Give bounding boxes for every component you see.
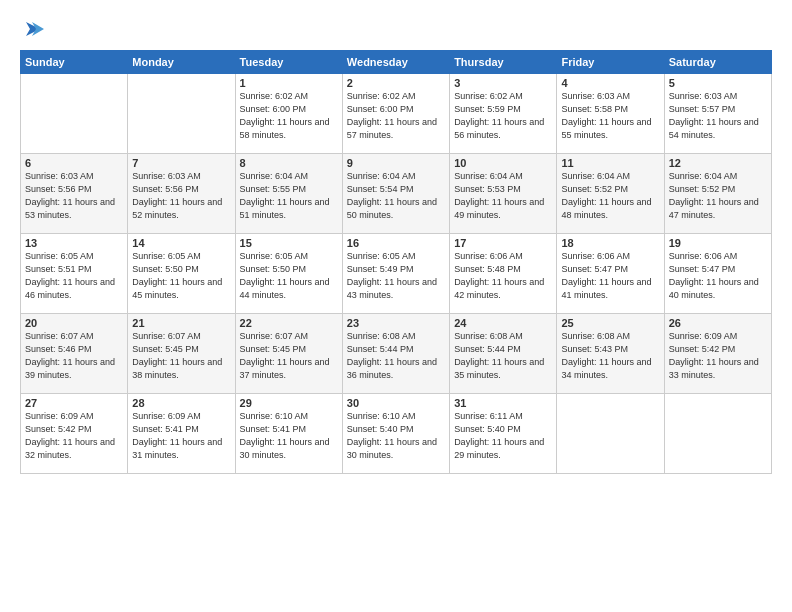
day-number: 26 bbox=[669, 317, 767, 329]
day-number: 13 bbox=[25, 237, 123, 249]
day-number: 6 bbox=[25, 157, 123, 169]
header bbox=[20, 18, 772, 40]
day-cell: 15Sunrise: 6:05 AMSunset: 5:50 PMDayligh… bbox=[235, 234, 342, 314]
day-info: Sunrise: 6:07 AMSunset: 5:45 PMDaylight:… bbox=[132, 330, 230, 382]
day-info: Sunrise: 6:07 AMSunset: 5:46 PMDaylight:… bbox=[25, 330, 123, 382]
calendar-table: SundayMondayTuesdayWednesdayThursdayFrid… bbox=[20, 50, 772, 474]
day-info: Sunrise: 6:05 AMSunset: 5:50 PMDaylight:… bbox=[240, 250, 338, 302]
day-info: Sunrise: 6:08 AMSunset: 5:44 PMDaylight:… bbox=[347, 330, 445, 382]
day-cell: 16Sunrise: 6:05 AMSunset: 5:49 PMDayligh… bbox=[342, 234, 449, 314]
day-cell: 8Sunrise: 6:04 AMSunset: 5:55 PMDaylight… bbox=[235, 154, 342, 234]
day-cell: 12Sunrise: 6:04 AMSunset: 5:52 PMDayligh… bbox=[664, 154, 771, 234]
day-number: 17 bbox=[454, 237, 552, 249]
day-info: Sunrise: 6:03 AMSunset: 5:56 PMDaylight:… bbox=[132, 170, 230, 222]
day-number: 25 bbox=[561, 317, 659, 329]
day-info: Sunrise: 6:10 AMSunset: 5:40 PMDaylight:… bbox=[347, 410, 445, 462]
day-number: 23 bbox=[347, 317, 445, 329]
day-info: Sunrise: 6:07 AMSunset: 5:45 PMDaylight:… bbox=[240, 330, 338, 382]
day-number: 2 bbox=[347, 77, 445, 89]
day-number: 1 bbox=[240, 77, 338, 89]
week-row-4: 20Sunrise: 6:07 AMSunset: 5:46 PMDayligh… bbox=[21, 314, 772, 394]
header-row: SundayMondayTuesdayWednesdayThursdayFrid… bbox=[21, 51, 772, 74]
day-info: Sunrise: 6:09 AMSunset: 5:41 PMDaylight:… bbox=[132, 410, 230, 462]
day-cell: 4Sunrise: 6:03 AMSunset: 5:58 PMDaylight… bbox=[557, 74, 664, 154]
day-cell: 14Sunrise: 6:05 AMSunset: 5:50 PMDayligh… bbox=[128, 234, 235, 314]
day-number: 4 bbox=[561, 77, 659, 89]
day-cell: 2Sunrise: 6:02 AMSunset: 6:00 PMDaylight… bbox=[342, 74, 449, 154]
day-info: Sunrise: 6:02 AMSunset: 6:00 PMDaylight:… bbox=[347, 90, 445, 142]
day-info: Sunrise: 6:11 AMSunset: 5:40 PMDaylight:… bbox=[454, 410, 552, 462]
day-info: Sunrise: 6:04 AMSunset: 5:52 PMDaylight:… bbox=[669, 170, 767, 222]
day-cell bbox=[21, 74, 128, 154]
week-row-2: 6Sunrise: 6:03 AMSunset: 5:56 PMDaylight… bbox=[21, 154, 772, 234]
header-cell-friday: Friday bbox=[557, 51, 664, 74]
day-number: 9 bbox=[347, 157, 445, 169]
header-cell-tuesday: Tuesday bbox=[235, 51, 342, 74]
day-number: 8 bbox=[240, 157, 338, 169]
day-number: 20 bbox=[25, 317, 123, 329]
week-row-3: 13Sunrise: 6:05 AMSunset: 5:51 PMDayligh… bbox=[21, 234, 772, 314]
day-info: Sunrise: 6:09 AMSunset: 5:42 PMDaylight:… bbox=[25, 410, 123, 462]
day-cell bbox=[128, 74, 235, 154]
day-cell: 26Sunrise: 6:09 AMSunset: 5:42 PMDayligh… bbox=[664, 314, 771, 394]
day-info: Sunrise: 6:08 AMSunset: 5:43 PMDaylight:… bbox=[561, 330, 659, 382]
day-number: 24 bbox=[454, 317, 552, 329]
day-cell: 19Sunrise: 6:06 AMSunset: 5:47 PMDayligh… bbox=[664, 234, 771, 314]
day-info: Sunrise: 6:06 AMSunset: 5:47 PMDaylight:… bbox=[561, 250, 659, 302]
day-info: Sunrise: 6:04 AMSunset: 5:53 PMDaylight:… bbox=[454, 170, 552, 222]
day-cell: 17Sunrise: 6:06 AMSunset: 5:48 PMDayligh… bbox=[450, 234, 557, 314]
header-cell-sunday: Sunday bbox=[21, 51, 128, 74]
day-cell: 5Sunrise: 6:03 AMSunset: 5:57 PMDaylight… bbox=[664, 74, 771, 154]
day-number: 31 bbox=[454, 397, 552, 409]
day-info: Sunrise: 6:04 AMSunset: 5:55 PMDaylight:… bbox=[240, 170, 338, 222]
day-cell: 30Sunrise: 6:10 AMSunset: 5:40 PMDayligh… bbox=[342, 394, 449, 474]
day-cell: 7Sunrise: 6:03 AMSunset: 5:56 PMDaylight… bbox=[128, 154, 235, 234]
day-cell: 10Sunrise: 6:04 AMSunset: 5:53 PMDayligh… bbox=[450, 154, 557, 234]
day-cell: 13Sunrise: 6:05 AMSunset: 5:51 PMDayligh… bbox=[21, 234, 128, 314]
day-number: 27 bbox=[25, 397, 123, 409]
day-number: 3 bbox=[454, 77, 552, 89]
day-cell: 21Sunrise: 6:07 AMSunset: 5:45 PMDayligh… bbox=[128, 314, 235, 394]
logo bbox=[20, 18, 44, 40]
day-number: 28 bbox=[132, 397, 230, 409]
day-number: 16 bbox=[347, 237, 445, 249]
day-cell: 18Sunrise: 6:06 AMSunset: 5:47 PMDayligh… bbox=[557, 234, 664, 314]
day-info: Sunrise: 6:04 AMSunset: 5:54 PMDaylight:… bbox=[347, 170, 445, 222]
day-info: Sunrise: 6:03 AMSunset: 5:57 PMDaylight:… bbox=[669, 90, 767, 142]
day-cell: 3Sunrise: 6:02 AMSunset: 5:59 PMDaylight… bbox=[450, 74, 557, 154]
day-cell: 31Sunrise: 6:11 AMSunset: 5:40 PMDayligh… bbox=[450, 394, 557, 474]
day-cell: 1Sunrise: 6:02 AMSunset: 6:00 PMDaylight… bbox=[235, 74, 342, 154]
day-number: 11 bbox=[561, 157, 659, 169]
day-number: 7 bbox=[132, 157, 230, 169]
day-cell: 25Sunrise: 6:08 AMSunset: 5:43 PMDayligh… bbox=[557, 314, 664, 394]
day-number: 10 bbox=[454, 157, 552, 169]
day-cell: 6Sunrise: 6:03 AMSunset: 5:56 PMDaylight… bbox=[21, 154, 128, 234]
day-number: 14 bbox=[132, 237, 230, 249]
logo-arrow-icon bbox=[22, 18, 44, 40]
day-cell: 29Sunrise: 6:10 AMSunset: 5:41 PMDayligh… bbox=[235, 394, 342, 474]
day-cell: 24Sunrise: 6:08 AMSunset: 5:44 PMDayligh… bbox=[450, 314, 557, 394]
day-cell: 27Sunrise: 6:09 AMSunset: 5:42 PMDayligh… bbox=[21, 394, 128, 474]
header-cell-monday: Monday bbox=[128, 51, 235, 74]
day-info: Sunrise: 6:06 AMSunset: 5:47 PMDaylight:… bbox=[669, 250, 767, 302]
day-cell: 28Sunrise: 6:09 AMSunset: 5:41 PMDayligh… bbox=[128, 394, 235, 474]
day-number: 12 bbox=[669, 157, 767, 169]
day-number: 29 bbox=[240, 397, 338, 409]
day-info: Sunrise: 6:05 AMSunset: 5:49 PMDaylight:… bbox=[347, 250, 445, 302]
day-info: Sunrise: 6:02 AMSunset: 5:59 PMDaylight:… bbox=[454, 90, 552, 142]
day-cell: 20Sunrise: 6:07 AMSunset: 5:46 PMDayligh… bbox=[21, 314, 128, 394]
header-cell-thursday: Thursday bbox=[450, 51, 557, 74]
day-info: Sunrise: 6:03 AMSunset: 5:58 PMDaylight:… bbox=[561, 90, 659, 142]
day-cell: 9Sunrise: 6:04 AMSunset: 5:54 PMDaylight… bbox=[342, 154, 449, 234]
day-info: Sunrise: 6:04 AMSunset: 5:52 PMDaylight:… bbox=[561, 170, 659, 222]
day-number: 18 bbox=[561, 237, 659, 249]
day-number: 15 bbox=[240, 237, 338, 249]
day-number: 5 bbox=[669, 77, 767, 89]
header-cell-saturday: Saturday bbox=[664, 51, 771, 74]
day-info: Sunrise: 6:09 AMSunset: 5:42 PMDaylight:… bbox=[669, 330, 767, 382]
week-row-1: 1Sunrise: 6:02 AMSunset: 6:00 PMDaylight… bbox=[21, 74, 772, 154]
day-cell: 22Sunrise: 6:07 AMSunset: 5:45 PMDayligh… bbox=[235, 314, 342, 394]
day-number: 22 bbox=[240, 317, 338, 329]
day-info: Sunrise: 6:06 AMSunset: 5:48 PMDaylight:… bbox=[454, 250, 552, 302]
day-number: 21 bbox=[132, 317, 230, 329]
